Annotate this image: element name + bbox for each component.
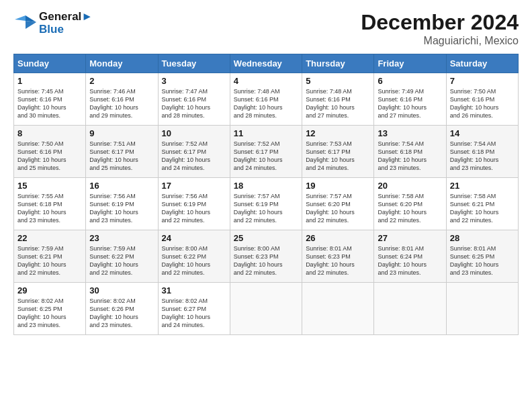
day-info: Sunrise: 8:00 AM Sunset: 6:22 PM Dayligh…: [162, 244, 226, 277]
day-number: 28: [450, 233, 515, 243]
calendar-cell: 1Sunrise: 7:45 AM Sunset: 6:16 PM Daylig…: [14, 73, 86, 126]
svg-marker-1: [15, 15, 26, 21]
day-info: Sunrise: 8:02 AM Sunset: 6:26 PM Dayligh…: [89, 297, 154, 330]
calendar-cell: 31Sunrise: 8:02 AM Sunset: 6:27 PM Dayli…: [158, 283, 230, 335]
day-number: 8: [17, 128, 82, 138]
day-info: Sunrise: 7:48 AM Sunset: 6:16 PM Dayligh…: [306, 87, 370, 120]
day-number: 3: [162, 76, 226, 86]
day-number: 9: [89, 128, 154, 138]
header-saturday: Saturday: [446, 54, 518, 73]
day-number: 23: [89, 233, 154, 243]
header-thursday: Thursday: [302, 54, 374, 73]
calendar-cell: 25Sunrise: 8:00 AM Sunset: 6:23 PM Dayli…: [230, 230, 302, 283]
day-info: Sunrise: 7:57 AM Sunset: 6:20 PM Dayligh…: [306, 192, 370, 225]
calendar-cell: 8Sunrise: 7:50 AM Sunset: 6:16 PM Daylig…: [14, 126, 86, 178]
day-number: 21: [450, 181, 515, 191]
calendar-cell: 3Sunrise: 7:47 AM Sunset: 6:16 PM Daylig…: [158, 73, 230, 126]
day-number: 25: [234, 233, 298, 243]
logo-line2: Blue: [39, 24, 93, 36]
logo-line1: General►: [39, 11, 93, 24]
day-info: Sunrise: 7:52 AM Sunset: 6:17 PM Dayligh…: [162, 140, 226, 173]
day-number: 20: [378, 181, 442, 191]
day-info: Sunrise: 7:53 AM Sunset: 6:17 PM Dayligh…: [306, 140, 370, 173]
day-info: Sunrise: 7:49 AM Sunset: 6:16 PM Dayligh…: [378, 87, 442, 120]
logo-content: [13, 10, 38, 37]
calendar-cell: 5Sunrise: 7:48 AM Sunset: 6:16 PM Daylig…: [302, 73, 374, 126]
day-info: Sunrise: 8:02 AM Sunset: 6:27 PM Dayligh…: [162, 297, 226, 330]
calendar: Sunday Monday Tuesday Wednesday Thursday…: [13, 54, 519, 335]
calendar-cell: 26Sunrise: 8:01 AM Sunset: 6:23 PM Dayli…: [302, 230, 374, 283]
header-monday: Monday: [86, 54, 158, 73]
calendar-cell: 16Sunrise: 7:56 AM Sunset: 6:19 PM Dayli…: [86, 178, 158, 230]
day-info: Sunrise: 8:01 AM Sunset: 6:23 PM Dayligh…: [306, 244, 370, 277]
subtitle: Maguiarichi, Mexico: [361, 35, 519, 47]
calendar-cell: 12Sunrise: 7:53 AM Sunset: 6:17 PM Dayli…: [302, 126, 374, 178]
day-number: 19: [306, 181, 370, 191]
calendar-cell: 9Sunrise: 7:51 AM Sunset: 6:17 PM Daylig…: [86, 126, 158, 178]
day-info: Sunrise: 8:02 AM Sunset: 6:25 PM Dayligh…: [17, 297, 82, 330]
day-info: Sunrise: 7:54 AM Sunset: 6:18 PM Dayligh…: [378, 140, 442, 173]
day-info: Sunrise: 7:56 AM Sunset: 6:19 PM Dayligh…: [89, 192, 154, 225]
calendar-cell: 7Sunrise: 7:50 AM Sunset: 6:16 PM Daylig…: [446, 73, 518, 126]
calendar-cell: 6Sunrise: 7:49 AM Sunset: 6:16 PM Daylig…: [374, 73, 446, 126]
day-info: Sunrise: 7:51 AM Sunset: 6:17 PM Dayligh…: [89, 140, 154, 173]
calendar-cell: 28Sunrise: 8:01 AM Sunset: 6:25 PM Dayli…: [446, 230, 518, 283]
day-number: 22: [17, 233, 82, 243]
day-number: 14: [450, 128, 515, 138]
calendar-cell: [374, 283, 446, 335]
day-info: Sunrise: 7:59 AM Sunset: 6:22 PM Dayligh…: [89, 244, 154, 277]
day-info: Sunrise: 7:50 AM Sunset: 6:16 PM Dayligh…: [17, 140, 82, 173]
day-number: 24: [162, 233, 226, 243]
day-info: Sunrise: 7:58 AM Sunset: 6:21 PM Dayligh…: [450, 192, 515, 225]
day-info: Sunrise: 7:59 AM Sunset: 6:21 PM Dayligh…: [17, 244, 82, 277]
calendar-cell: 14Sunrise: 7:54 AM Sunset: 6:18 PM Dayli…: [446, 126, 518, 178]
day-number: 31: [162, 285, 226, 295]
calendar-cell: 22Sunrise: 7:59 AM Sunset: 6:21 PM Dayli…: [14, 230, 86, 283]
header-wednesday: Wednesday: [230, 54, 302, 73]
main-title: December 2024: [361, 10, 519, 35]
calendar-cell: [302, 283, 374, 335]
calendar-cell: 4Sunrise: 7:48 AM Sunset: 6:16 PM Daylig…: [230, 73, 302, 126]
day-number: 29: [17, 285, 82, 295]
day-number: 7: [450, 76, 515, 86]
calendar-cell: 21Sunrise: 7:58 AM Sunset: 6:21 PM Dayli…: [446, 178, 518, 230]
calendar-cell: 24Sunrise: 8:00 AM Sunset: 6:22 PM Dayli…: [158, 230, 230, 283]
calendar-week-4: 22Sunrise: 7:59 AM Sunset: 6:21 PM Dayli…: [14, 230, 519, 283]
day-number: 18: [234, 181, 298, 191]
calendar-cell: [230, 283, 302, 335]
header-friday: Friday: [374, 54, 446, 73]
day-info: Sunrise: 7:46 AM Sunset: 6:16 PM Dayligh…: [89, 87, 154, 120]
calendar-cell: 19Sunrise: 7:57 AM Sunset: 6:20 PM Dayli…: [302, 178, 374, 230]
calendar-cell: 29Sunrise: 8:02 AM Sunset: 6:25 PM Dayli…: [14, 283, 86, 335]
calendar-week-5: 29Sunrise: 8:02 AM Sunset: 6:25 PM Dayli…: [14, 283, 519, 335]
day-info: Sunrise: 7:58 AM Sunset: 6:20 PM Dayligh…: [378, 192, 442, 225]
day-info: Sunrise: 7:52 AM Sunset: 6:17 PM Dayligh…: [234, 140, 298, 173]
day-number: 1: [17, 76, 82, 86]
logo: General► Blue: [13, 10, 93, 37]
header: General► Blue December 2024 Maguiarichi,…: [13, 10, 519, 47]
day-number: 12: [306, 128, 370, 138]
calendar-cell: 13Sunrise: 7:54 AM Sunset: 6:18 PM Dayli…: [374, 126, 446, 178]
day-number: 27: [378, 233, 442, 243]
calendar-week-3: 15Sunrise: 7:55 AM Sunset: 6:18 PM Dayli…: [14, 178, 519, 230]
day-number: 16: [89, 181, 154, 191]
day-info: Sunrise: 7:45 AM Sunset: 6:16 PM Dayligh…: [17, 87, 82, 120]
calendar-week-2: 8Sunrise: 7:50 AM Sunset: 6:16 PM Daylig…: [14, 126, 519, 178]
day-info: Sunrise: 7:48 AM Sunset: 6:16 PM Dayligh…: [234, 87, 298, 120]
day-number: 2: [89, 76, 154, 86]
header-tuesday: Tuesday: [158, 54, 230, 73]
calendar-cell: [446, 283, 518, 335]
calendar-cell: 23Sunrise: 7:59 AM Sunset: 6:22 PM Dayli…: [86, 230, 158, 283]
day-info: Sunrise: 7:47 AM Sunset: 6:16 PM Dayligh…: [162, 87, 226, 120]
day-number: 30: [89, 285, 154, 295]
logo-text-block: General► Blue: [39, 11, 93, 36]
calendar-cell: 30Sunrise: 8:02 AM Sunset: 6:26 PM Dayli…: [86, 283, 158, 335]
calendar-cell: 2Sunrise: 7:46 AM Sunset: 6:16 PM Daylig…: [86, 73, 158, 126]
day-info: Sunrise: 7:56 AM Sunset: 6:19 PM Dayligh…: [162, 192, 226, 225]
day-number: 6: [378, 76, 442, 86]
calendar-cell: 17Sunrise: 7:56 AM Sunset: 6:19 PM Dayli…: [158, 178, 230, 230]
calendar-week-1: 1Sunrise: 7:45 AM Sunset: 6:16 PM Daylig…: [14, 73, 519, 126]
day-number: 4: [234, 76, 298, 86]
calendar-header-row: Sunday Monday Tuesday Wednesday Thursday…: [14, 54, 519, 73]
day-number: 26: [306, 233, 370, 243]
